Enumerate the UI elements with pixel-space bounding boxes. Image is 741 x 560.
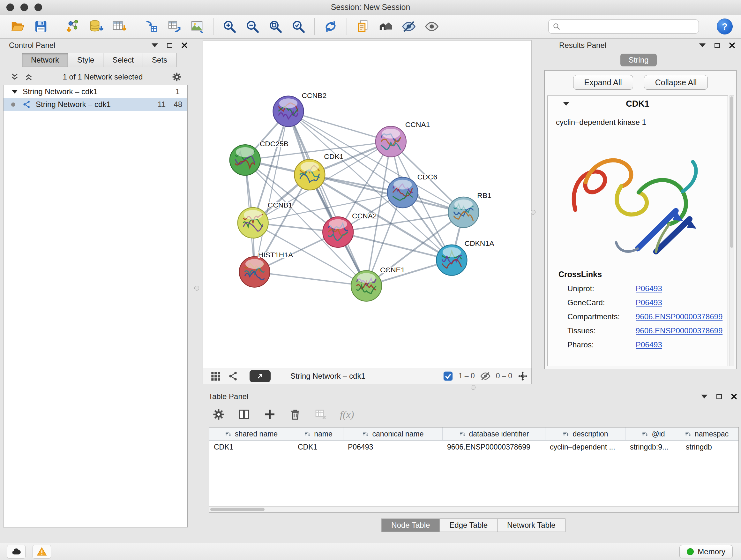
column-header[interactable]: database identifier	[443, 428, 545, 440]
network-node-CDKN1A[interactable]	[436, 245, 467, 275]
table-cell[interactable]: 9606.ENSP00000378699	[443, 443, 545, 451]
import-network-database-button[interactable]	[84, 17, 108, 37]
new-network-button[interactable]	[140, 17, 163, 37]
column-header[interactable]: namespac	[681, 428, 738, 440]
gear-icon[interactable]	[172, 72, 182, 82]
table-cell[interactable]: P06493	[343, 443, 443, 451]
network-node-HIST1H1A[interactable]	[239, 257, 270, 287]
detach-view-button[interactable]	[250, 370, 271, 382]
compartments-link[interactable]: 9606.ENSP00000378699	[636, 312, 723, 321]
apply-layout-button[interactable]	[319, 17, 342, 37]
tab-edge-table[interactable]: Edge Table	[440, 518, 497, 532]
tab-network[interactable]: Network	[22, 53, 68, 67]
horizontal-scrollbar[interactable]	[209, 506, 738, 512]
hidden-eye-slash-icon[interactable]	[480, 371, 491, 381]
network-edge-CCNB2-CCNE1[interactable]	[288, 111, 366, 286]
scrollbar-thumb[interactable]	[210, 508, 265, 511]
panel-menu-caret-icon[interactable]	[151, 44, 158, 47]
panel-menu-caret-icon[interactable]	[701, 395, 708, 398]
network-row[interactable]: String Network – cdk1 11 48	[3, 98, 187, 111]
table-cell[interactable]: CDK1	[293, 443, 343, 451]
cloud-status-button[interactable]	[7, 545, 25, 559]
zoom-out-button[interactable]	[241, 17, 264, 37]
network-from-table-button[interactable]	[163, 17, 186, 37]
import-table-button[interactable]	[108, 17, 131, 37]
selected-checkbox-icon[interactable]	[443, 371, 454, 381]
pharos-link[interactable]: P06493	[636, 340, 662, 349]
expand-all-networks-icon[interactable]	[23, 72, 34, 82]
network-node-CCNB2[interactable]	[273, 96, 304, 127]
tab-sets[interactable]: Sets	[143, 53, 177, 67]
column-header[interactable]: description	[545, 428, 625, 440]
tab-style[interactable]: Style	[68, 53, 104, 67]
column-header[interactable]: @id	[625, 428, 681, 440]
show-columns-icon[interactable]	[238, 408, 251, 421]
pan-crosshair-icon[interactable]	[517, 371, 528, 381]
memory-button[interactable]: Memory	[679, 545, 733, 558]
close-panel-icon[interactable]	[731, 393, 737, 400]
neighborhood-button[interactable]	[374, 17, 397, 37]
float-panel-icon[interactable]	[715, 43, 720, 48]
zoom-fit-button[interactable]	[264, 17, 287, 37]
export-image-button[interactable]	[186, 17, 209, 37]
table-cell[interactable]: CDK1	[209, 443, 293, 451]
import-network-file-button[interactable]	[62, 17, 84, 37]
network-node-CCNA2[interactable]	[323, 217, 353, 247]
tab-string[interactable]: String	[620, 54, 657, 66]
table-cell[interactable]: stringdb	[681, 443, 738, 451]
network-node-CDK1[interactable]	[294, 159, 325, 190]
collapse-all-networks-icon[interactable]	[10, 72, 20, 82]
delete-column-icon[interactable]	[289, 408, 301, 421]
uniprot-link[interactable]: P06493	[636, 284, 662, 293]
zoom-selected-button[interactable]	[287, 17, 310, 37]
network-edge-CCNB2-CCNA1[interactable]	[288, 111, 391, 142]
close-panel-icon[interactable]	[181, 42, 188, 49]
help-button[interactable]: ?	[717, 18, 733, 35]
collapse-all-button[interactable]: Collapse All	[644, 75, 708, 90]
section-collapse-caret-icon[interactable]	[563, 102, 569, 106]
tab-node-table[interactable]: Node Table	[381, 518, 440, 532]
network-node-CCNE1[interactable]	[351, 271, 382, 301]
hide-selected-button[interactable]	[397, 17, 420, 37]
column-header[interactable]: shared name	[209, 428, 293, 440]
save-session-button[interactable]	[29, 17, 52, 37]
column-header[interactable]: name	[293, 428, 343, 440]
warnings-button[interactable]	[32, 545, 51, 559]
float-panel-icon[interactable]	[717, 394, 722, 399]
gear-icon[interactable]	[212, 408, 225, 421]
splitter-handle[interactable]	[531, 210, 536, 214]
network-node-CCNB1[interactable]	[238, 207, 268, 238]
tree-expand-caret-icon[interactable]	[12, 90, 17, 94]
network-canvas[interactable]: CCNB2CCNA1CDC25BCDK1CDC6RB1CCNB1CCNA2CDK…	[203, 40, 532, 368]
grid-view-icon[interactable]	[210, 371, 221, 381]
table-cell[interactable]: cyclin–dependent ...	[545, 443, 625, 451]
search-input[interactable]	[563, 22, 695, 31]
zoom-in-button[interactable]	[218, 17, 241, 37]
network-edge-CCNB2-HIST1H1A[interactable]	[255, 111, 288, 272]
tab-select[interactable]: Select	[104, 53, 143, 67]
add-column-icon[interactable]	[263, 408, 276, 421]
table-row[interactable]: CDK1 CDK1 P06493 9606.ENSP00000378699 cy…	[209, 441, 738, 453]
table-cell[interactable]: stringdb:9...	[625, 443, 681, 451]
network-edge-HIST1H1A-CCNE1[interactable]	[255, 272, 366, 286]
panel-menu-caret-icon[interactable]	[699, 44, 705, 47]
tissues-link[interactable]: 9606.ENSP00000378699	[636, 326, 723, 335]
open-session-button[interactable]	[6, 17, 29, 37]
show-all-button[interactable]	[420, 17, 443, 37]
float-panel-icon[interactable]	[167, 43, 172, 48]
expand-all-button[interactable]: Expand All	[573, 75, 633, 90]
splitter-handle[interactable]	[471, 385, 475, 390]
network-node-CDC25B[interactable]	[230, 145, 260, 175]
network-node-RB1[interactable]	[448, 197, 479, 228]
network-collection-row[interactable]: String Network – cdk1 1	[3, 85, 187, 98]
genecard-link[interactable]: P06493	[636, 298, 662, 307]
network-node-CCNA1[interactable]	[376, 126, 406, 157]
annotation-button[interactable]	[351, 17, 374, 37]
close-panel-icon[interactable]	[729, 42, 735, 49]
network-node-CDC6[interactable]	[387, 177, 418, 208]
tab-network-table[interactable]: Network Table	[497, 518, 565, 532]
share-view-icon[interactable]	[228, 371, 239, 381]
results-scrollbar[interactable]	[730, 96, 734, 366]
splitter-handle[interactable]	[194, 286, 199, 291]
column-header[interactable]: canonical name	[343, 428, 443, 440]
